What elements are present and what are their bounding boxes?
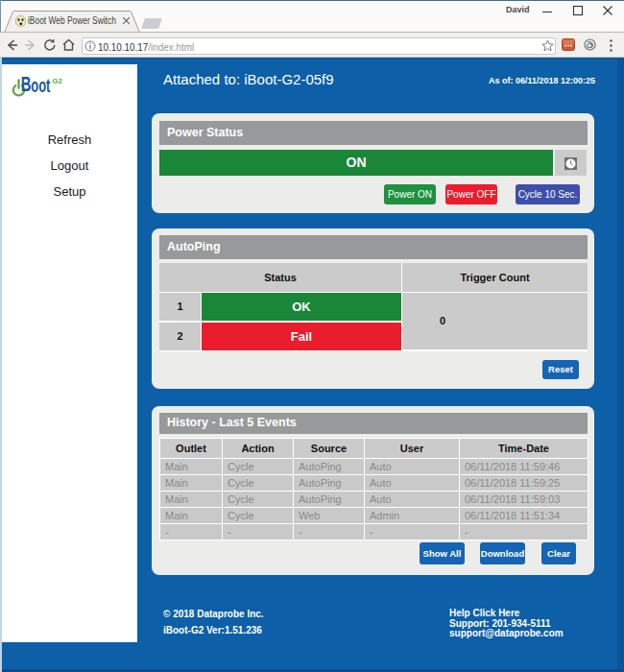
svg-text:B: B	[21, 72, 32, 96]
svg-text:G2: G2	[53, 77, 63, 85]
svg-text:oot: oot	[31, 75, 50, 96]
